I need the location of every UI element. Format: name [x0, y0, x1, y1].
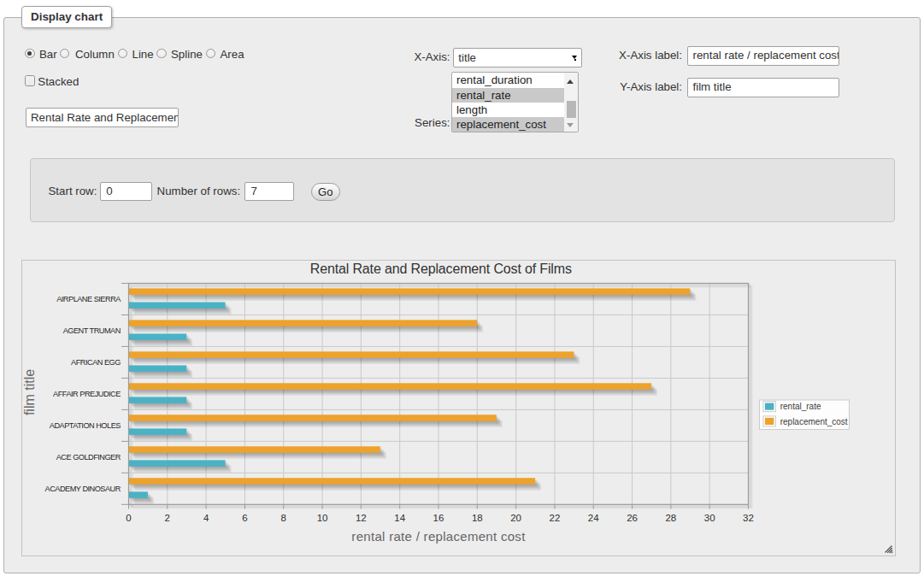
svg-text:32: 32: [743, 513, 754, 523]
svg-text:6: 6: [242, 513, 247, 523]
svg-text:24: 24: [588, 513, 599, 523]
svg-text:AFRICAN EGG: AFRICAN EGG: [71, 358, 121, 367]
svg-text:20: 20: [510, 513, 521, 523]
svg-text:replacement_cost: replacement_cost: [780, 417, 848, 426]
svg-text:22: 22: [550, 513, 561, 523]
svg-text:12: 12: [356, 513, 367, 523]
svg-text:ACADEMY DINOSAUR: ACADEMY DINOSAUR: [45, 485, 121, 493]
svg-text:rental_rate: rental_rate: [780, 402, 821, 411]
svg-text:26: 26: [627, 513, 638, 523]
svg-text:16: 16: [433, 513, 444, 523]
svg-text:18: 18: [472, 513, 483, 523]
svg-text:AGENT TRUMAN: AGENT TRUMAN: [63, 326, 121, 335]
svg-text:28: 28: [665, 513, 676, 523]
svg-text:ADAPTATION HOLES: ADAPTATION HOLES: [50, 421, 121, 430]
svg-text:rental rate / replacement cost: rental rate / replacement cost: [351, 529, 526, 544]
svg-text:2: 2: [165, 513, 170, 523]
svg-text:10: 10: [317, 513, 328, 523]
svg-text:30: 30: [704, 513, 715, 523]
svg-text:film title: film title: [22, 369, 37, 415]
svg-text:AFFAIR PREJUDICE: AFFAIR PREJUDICE: [53, 390, 121, 398]
svg-text:AIRPLANE SIERRA: AIRPLANE SIERRA: [56, 295, 121, 303]
svg-text:Rental Rate and Replacement Co: Rental Rate and Replacement Cost of Film…: [310, 262, 572, 276]
svg-text:8: 8: [281, 513, 286, 523]
svg-text:4: 4: [203, 513, 209, 523]
svg-text:ACE GOLDFINGER: ACE GOLDFINGER: [56, 453, 121, 461]
svg-text:14: 14: [394, 513, 405, 523]
svg-text:0: 0: [126, 513, 131, 523]
